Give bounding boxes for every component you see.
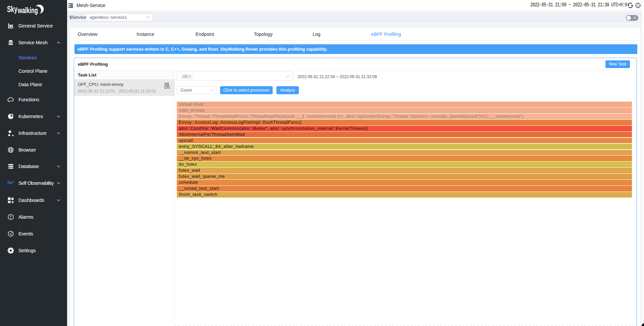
svg-text:Sky: Sky — [7, 4, 17, 14]
svg-text:Sw: Sw — [7, 180, 13, 184]
svg-text:walking: walking — [17, 6, 38, 15]
